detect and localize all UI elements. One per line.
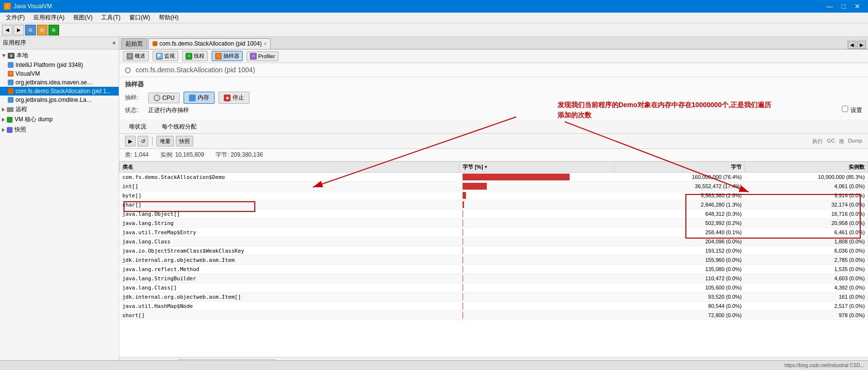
table-row[interactable]: java.lang.reflect.Method135,080 (0.0%)1,… [120,265,868,274]
menu-view[interactable]: 视图(V) [69,13,96,23]
table-cell-bytes: 105,600 (0.0%) [615,283,745,292]
ctrl-right-labels: 执行 GC 推 Dump [812,138,862,145]
tab-bar: 起始页 × com.fs.demo.StackAllocation (pid 1… [119,37,868,49]
ctrl-refresh-btn[interactable]: ↺ [138,136,148,146]
table-cell-bytes: 110,472 (0.0%) [615,274,745,283]
settings-checkbox[interactable] [842,106,848,112]
sort-icon-bar: ▼ [484,165,488,169]
table-cell-bytes: 193,152 (0.0%) [615,246,745,256]
table-row[interactable]: java.util.TreeMap$Entry258,440 (0.1%)6,4… [120,228,868,237]
table-row[interactable]: jdk.internal.org.objectweb.asm.Item155,9… [120,256,868,265]
table-cell-class: jdk.internal.org.objectweb.asm.Item[] [120,292,460,302]
sidebar-item-vm-dump[interactable]: VM 核心 dump [0,114,119,125]
instance-stat: 实例: 10,165,809 [160,151,204,159]
ctrl-snapshot-btn[interactable]: 快照 [176,136,193,146]
table-row[interactable]: int[]36,552,472 (17.4%)4,061 (0.0%) [120,182,868,191]
subtab-thread[interactable]: 每个线程分配 [158,121,201,133]
table-row[interactable]: short[]72,800 (0.0%)978 (0.0%) [120,311,868,320]
table-row[interactable]: byte[]5,563,360 (2.6%)9,914 (0.0%) [120,191,868,200]
table-row[interactable]: java.lang.String502,992 (0.2%)20,958 (0.… [120,219,868,228]
tab-nav-right[interactable]: ▶ [857,41,866,49]
panel-tool-profiler[interactable]: ⊙ Profiler [247,51,279,61]
table-cell-class: java.util.HashMap$Node [120,302,460,311]
col-header-class[interactable]: 类名 [120,162,460,173]
tab-nav-left[interactable]: ◀ [848,41,856,49]
tab-label-stackalloc: com.fs.demo.StackAllocation (pid 1004) [159,40,262,47]
sidebar-item-remote[interactable]: 远程 [0,104,119,114]
menu-bar: 文件(F) 应用程序(A) 视图(V) 工具(T) 窗口(W) 帮助(H) [0,13,868,23]
sidebar-item-visualvm[interactable]: V VisualVM [0,69,119,78]
table-row[interactable]: java.lang.StringBuilder110,472 (0.0%)4,6… [120,274,868,283]
data-table-container[interactable]: 类名 字节 [%] ▼ 字节 实例数 [119,161,868,357]
computer-icon: 🖥 [8,53,15,59]
toolbar-btn-1[interactable]: ◀ [2,25,13,35]
maximize-button[interactable]: □ [838,1,850,11]
table-row[interactable]: java.io.ObjectStreamClass$WeakClassKey19… [120,246,868,256]
table-cell-bar [460,292,615,302]
cpu-sample-button[interactable]: CPU [148,93,180,103]
sidebar-item-intellij[interactable]: IntelliJ Platform (pid 3348) [0,61,119,69]
app-title-text: com.fs.demo.StackAllocation (pid 1004) [136,66,255,74]
table-row[interactable]: char[]2,846,280 (1.3%)32,174 (0.0%) [120,200,868,209]
table-cell-class: java.lang.StringBuilder [120,274,460,283]
table-cell-bar [460,219,615,228]
mem-sample-button[interactable]: 内存 [184,92,215,104]
table-row[interactable]: java.util.HashMap$Node80,544 (0.0%)2,517… [120,302,868,311]
menu-tools[interactable]: 工具(T) [97,13,124,23]
panel-tool-overview[interactable]: ≡ 概述 [123,51,149,61]
tab-close-stackalloc[interactable]: × [264,41,266,47]
panel-tool-threads[interactable]: ≡ 线程 [182,51,208,61]
sidebar-item-stackalloc[interactable]: com.fs.demo.StackAllocation (pid 1... [0,87,119,96]
menu-help[interactable]: 帮助(H) [155,13,183,23]
table-cell-class: byte[] [120,191,460,200]
sampler-buttons-row: 抽样: CPU 内存 ■ 停止 [125,92,862,104]
sidebar-content: 🖥 本地 IntelliJ Platform (pid 3348) V Visu… [0,49,119,364]
toolbar-btn-4[interactable]: ⊟ [37,25,47,35]
table-cell-class: java.lang.reflect.Method [120,265,460,274]
toolbar-btn-2[interactable]: ▶ [14,25,24,35]
toolbar-btn-5[interactable]: ⊞ [48,25,59,35]
status-label: 状态: [125,106,144,114]
col-header-instances[interactable]: 实例数 [744,162,868,173]
close-button[interactable]: ✕ [851,1,864,11]
app-icon-visualvm: V [8,71,14,77]
minimize-button[interactable]: — [822,1,837,11]
sidebar-item-snapshot[interactable]: 快照 [0,125,119,135]
col-header-bar-percent[interactable]: 字节 [%] ▼ [460,162,615,173]
table-cell-instances: 32,174 (0.0%) [744,200,868,209]
table-row[interactable]: java.lang.Class204,096 (0.0%)1,808 (0.0%… [120,237,868,246]
tab-start[interactable]: 起始页 × [121,38,147,49]
table-row[interactable]: java.lang.Class[]105,600 (0.0%)4,392 (0.… [120,283,868,292]
sampler-section-title: 抽样器 [125,80,862,89]
sidebar-item-label-stackalloc: com.fs.demo.StackAllocation (pid 1... [16,88,111,95]
table-cell-bar [460,191,615,200]
sidebar-item-label-vmdump: VM 核心 dump [15,115,53,124]
panel-tool-sampler[interactable]: ⬡ 抽样器 [212,51,243,61]
tab-stackalloc[interactable]: com.fs.demo.StackAllocation (pid 1004) × [148,38,271,49]
panel-tool-monitor[interactable]: 📊 监视 [153,51,178,61]
table-row[interactable]: jdk.internal.org.objectweb.asm.Item[]93,… [120,292,868,302]
col-header-bytes[interactable]: 字节 [615,162,745,173]
ctrl-play-btn[interactable]: ▶ [125,136,136,146]
sidebar-item-launcher[interactable]: org.jetbrains.jps.cmdline.Launcher... [0,96,119,104]
sidebar-item-local[interactable]: 🖥 本地 [0,50,119,61]
sidebar-close-icon[interactable]: × [112,40,116,47]
settings-label[interactable]: 设置 [842,106,862,114]
subtab-heap[interactable]: 堆状况 [125,121,150,133]
table-cell-instances: 2,785 (0.0%) [744,256,868,265]
sidebar-item-jetbrains-maven[interactable]: org.jetbrains.idea.maven.server.Re... [0,78,119,87]
menu-window[interactable]: 窗口(W) [125,13,154,23]
ctrl-separator-1 [152,137,153,145]
ctrl-heap-btn[interactable]: 堆量 [156,136,174,146]
toolbar-btn-3[interactable]: ⊞ [25,25,36,35]
table-cell-bar [460,274,615,283]
menu-file[interactable]: 文件(F) [2,13,29,23]
sidebar-item-label-intellij: IntelliJ Platform (pid 3348) [16,62,83,68]
table-row[interactable]: com.fs.demo.StackAllocation$Demo160,000,… [120,173,868,182]
subtab-bar: 堆状况 每个线程分配 [119,119,868,134]
menu-app[interactable]: 应用程序(A) [30,13,68,23]
table-row[interactable]: java.lang.Object[]648,312 (0.3%)16,716 (… [120,209,868,219]
stop-sample-button[interactable]: ■ 停止 [218,92,249,104]
table-cell-bytes: 648,312 (0.3%) [615,209,745,219]
sampler-label: 抽样器 [223,52,239,60]
